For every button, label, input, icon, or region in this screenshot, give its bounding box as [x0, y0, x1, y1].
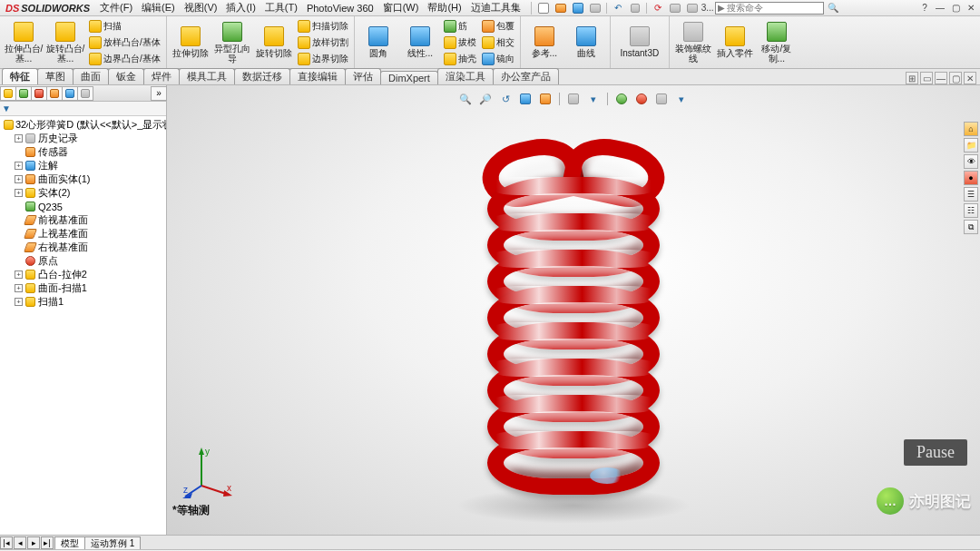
- tree-item-7[interactable]: 上视基准面: [2, 227, 164, 241]
- sweep-cut-button[interactable]: 扫描切除: [296, 18, 350, 34]
- panel-collapse-button[interactable]: »: [151, 86, 167, 101]
- open-icon[interactable]: [553, 2, 569, 15]
- panel-tab-config[interactable]: [31, 86, 47, 101]
- intersect-button[interactable]: 相交: [480, 34, 516, 50]
- shell-button[interactable]: 抽壳: [442, 51, 478, 66]
- taskpane-lib-icon[interactable]: 📁: [964, 138, 978, 153]
- instant3d-button[interactable]: Instant3D: [614, 26, 665, 58]
- tree-filter-bar[interactable]: ▼: [0, 102, 166, 116]
- tab-sketch[interactable]: 草图: [37, 68, 74, 84]
- tab-features[interactable]: 特征: [2, 68, 38, 84]
- menu-help[interactable]: 帮助(H): [423, 1, 466, 15]
- menu-tools[interactable]: 工具(T): [260, 1, 302, 15]
- tree-item-4[interactable]: +实体(2): [2, 186, 164, 200]
- rib-button[interactable]: 筋: [442, 18, 478, 34]
- tree-item-10[interactable]: +凸台-拉伸2: [2, 268, 164, 281]
- zoom-area-icon[interactable]: 🔎: [477, 91, 494, 107]
- rebuild-icon[interactable]: ⟳: [650, 2, 666, 15]
- tree-root[interactable]: 32心形弹簧D (默认<<默认>_显示状态: [2, 118, 164, 132]
- menu-view[interactable]: 视图(V): [180, 1, 222, 15]
- curves-button[interactable]: 曲线: [566, 26, 606, 58]
- tab-evaluate[interactable]: 评估: [345, 68, 381, 84]
- command-search[interactable]: ▶ 搜索命令: [715, 2, 824, 15]
- expand-icon[interactable]: +: [15, 134, 23, 143]
- expand-icon[interactable]: +: [15, 175, 23, 183]
- menu-insert[interactable]: 插入(I): [221, 1, 260, 15]
- bottom-tab-motion[interactable]: 运动算例 1: [84, 536, 141, 549]
- loft-button[interactable]: 放样凸台/基体: [87, 34, 162, 50]
- print-icon[interactable]: [587, 2, 603, 15]
- tree-item-11[interactable]: +曲面-扫描1: [2, 281, 164, 295]
- extrude-cut-button[interactable]: 拉伸切除: [171, 26, 211, 58]
- options-icon[interactable]: [667, 2, 683, 15]
- expand-icon[interactable]: +: [15, 189, 23, 197]
- menu-photoview[interactable]: PhotoView 360: [302, 3, 378, 14]
- taskpane-extra1-icon[interactable]: ☷: [964, 203, 978, 218]
- menu-edit[interactable]: 编辑(E): [137, 1, 180, 15]
- tab-scroll-next[interactable]: ▸: [27, 536, 40, 549]
- pause-overlay-button[interactable]: Pause: [904, 439, 967, 466]
- revolve-boss-button[interactable]: 旋转凸台/基...: [45, 22, 85, 64]
- select-icon[interactable]: [627, 2, 643, 15]
- orientation-triad[interactable]: y x z: [183, 446, 236, 498]
- save-icon[interactable]: [570, 2, 586, 15]
- revolve-cut-button[interactable]: 旋转切除: [254, 26, 294, 58]
- menu-file[interactable]: 文件(F): [95, 1, 137, 15]
- bottom-tab-model[interactable]: 模型: [54, 536, 85, 549]
- prev-view-icon[interactable]: ↺: [497, 91, 514, 107]
- view-settings-icon[interactable]: [653, 91, 670, 107]
- mirror-button[interactable]: 镜向: [480, 51, 516, 66]
- options2-icon[interactable]: [684, 2, 701, 15]
- menu-maidi[interactable]: 迈迪工具集: [466, 1, 525, 15]
- hole-wizard-button[interactable]: 异型孔向导: [212, 22, 252, 64]
- taskpane-view-icon[interactable]: 👁: [964, 154, 978, 169]
- taskpane-extra2-icon[interactable]: ⧉: [964, 220, 978, 234]
- tree-item-8[interactable]: 右视基准面: [2, 241, 164, 254]
- extrude-boss-button[interactable]: 拉伸凸台/基...: [4, 22, 44, 64]
- view-orient-icon[interactable]: [537, 91, 554, 107]
- undo-icon[interactable]: ↶: [610, 2, 626, 15]
- tab-weldments[interactable]: 焊件: [143, 68, 180, 84]
- expand-icon[interactable]: +: [15, 298, 23, 306]
- panel-tab-feature[interactable]: [0, 86, 16, 101]
- expand-icon[interactable]: +: [15, 162, 23, 170]
- tree-item-12[interactable]: +扫描1: [2, 295, 164, 309]
- panel-tab-dim[interactable]: [46, 86, 63, 101]
- boundary-cut-button[interactable]: 边界切除: [296, 51, 350, 66]
- tab-scroll-prev[interactable]: ◂: [14, 536, 26, 549]
- tab-datamigration[interactable]: 数据迁移: [234, 68, 290, 84]
- tree-item-5[interactable]: Q235: [2, 200, 164, 213]
- doc-min-button[interactable]: —: [935, 72, 947, 84]
- fillet-button[interactable]: 圆角: [358, 26, 398, 58]
- tree-item-2[interactable]: +注解: [2, 159, 164, 172]
- minimize-button[interactable]: —: [933, 2, 947, 15]
- graphics-viewport[interactable]: 🔍 🔎 ↺ ▾ ▾ ⌂ 📁 👁 ● ☰ ☷ ⧉: [167, 85, 980, 535]
- doc-icon2[interactable]: ▭: [920, 72, 933, 84]
- panel-tab-property[interactable]: [15, 86, 32, 101]
- doc-max-button[interactable]: ▢: [949, 72, 962, 84]
- doc-close-button[interactable]: ✕: [964, 72, 976, 84]
- menu-window[interactable]: 窗口(W): [378, 1, 424, 15]
- wrap-button[interactable]: 包覆: [480, 18, 516, 34]
- boundary-button[interactable]: 边界凸台/基体: [87, 51, 162, 66]
- tree-item-9[interactable]: 原点: [2, 254, 164, 268]
- tab-sheetmetal[interactable]: 钣金: [108, 68, 144, 84]
- tab-render[interactable]: 渲染工具: [437, 68, 494, 84]
- display-style-icon[interactable]: [565, 91, 582, 107]
- maximize-button[interactable]: ▢: [948, 2, 963, 15]
- tab-office[interactable]: 办公室产品: [493, 68, 559, 84]
- appearance-icon[interactable]: [633, 91, 650, 107]
- search-icon[interactable]: 🔍: [825, 2, 841, 15]
- section-view-icon[interactable]: [517, 91, 534, 107]
- cosmetic-thread-button[interactable]: 装饰螺纹线: [673, 22, 713, 64]
- tab-surface[interactable]: 曲面: [73, 68, 109, 84]
- new-doc-icon[interactable]: [535, 2, 552, 15]
- taskpane-home-icon[interactable]: ⌂: [964, 122, 978, 136]
- tab-scroll-first[interactable]: |◂: [0, 536, 13, 549]
- tree-item-1[interactable]: 传感器: [2, 145, 164, 159]
- loft-cut-button[interactable]: 放样切割: [296, 34, 350, 50]
- panel-tab-extra[interactable]: [77, 86, 93, 101]
- draft-button[interactable]: 拔模: [442, 34, 478, 50]
- doc-icon1[interactable]: ⊞: [906, 72, 918, 84]
- insert-part-button[interactable]: 插入零件: [715, 26, 755, 58]
